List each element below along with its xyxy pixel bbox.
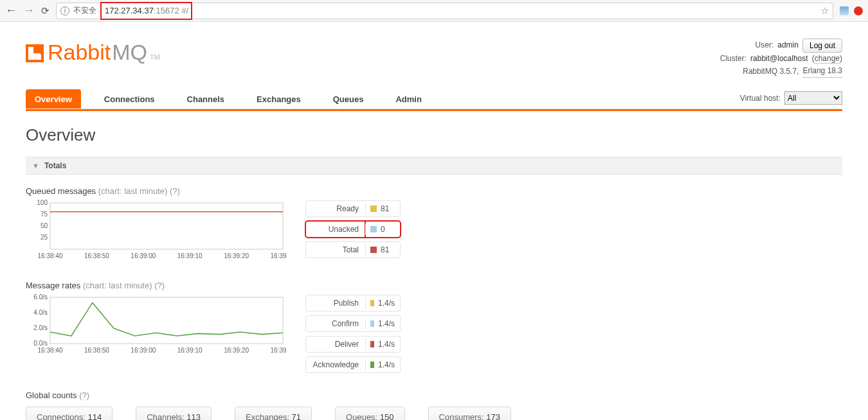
svg-rect-11: [50, 297, 283, 344]
cluster-label: Cluster:: [720, 53, 746, 65]
tab-overview[interactable]: Overview: [26, 89, 81, 109]
forward-icon: →: [23, 4, 35, 17]
logo[interactable]: RabbitMQ TM: [26, 35, 160, 65]
user-label: User:: [755, 39, 774, 51]
legend-label: Ready: [305, 200, 365, 217]
legend-value: 0: [365, 221, 401, 238]
section-title: Totals: [44, 161, 66, 170]
user-name: admin: [777, 39, 799, 51]
help-icon[interactable]: (?): [154, 281, 165, 290]
svg-text:16:39:20: 16:39:20: [224, 347, 249, 354]
chevron-down-icon: ▼: [32, 162, 39, 170]
legend-label: Total: [305, 241, 365, 258]
legend-row[interactable]: Acknowledge1.4/s: [305, 356, 401, 374]
rates-chart-svg: 0.0/s2.0/s4.0/s6.0/s16:38:4016:38:5016:3…: [26, 294, 286, 355]
tab-admin[interactable]: Admin: [386, 89, 430, 109]
logout-button[interactable]: Log out: [802, 39, 842, 53]
divider: [100, 6, 101, 16]
page-header: RabbitMQ TM User: admin Log out Cluster:…: [26, 35, 842, 78]
legend-row[interactable]: Total81: [305, 241, 401, 259]
tab-underline: [26, 109, 842, 111]
back-icon[interactable]: ←: [5, 4, 17, 17]
rates-caption: Message rates (chart: last minute) (?): [26, 281, 842, 290]
insecure-label: 不安全: [73, 5, 96, 16]
tab-connections[interactable]: Connections: [95, 89, 164, 109]
svg-rect-0: [50, 203, 283, 249]
legend-value: 1.4/s: [365, 356, 401, 373]
page-title: Overview: [26, 125, 842, 145]
legend-row[interactable]: Deliver1.4/s: [305, 335, 401, 353]
help-icon[interactable]: (?): [79, 390, 89, 400]
svg-text:16:39:00: 16:39:00: [131, 347, 156, 354]
cluster-name: rabbit@localhost: [750, 53, 808, 65]
legend-label: Unacked: [305, 221, 365, 238]
legend-row[interactable]: Publish1.4/s: [305, 294, 401, 312]
legend-row[interactable]: Unacked0: [305, 220, 401, 238]
version-label: RabbitMQ 3.5.7,: [743, 66, 799, 78]
queued-chart-svg: 25507510016:38:4016:38:5016:39:0016:39:1…: [26, 200, 286, 261]
cluster-change[interactable]: (change): [812, 53, 842, 65]
queued-chart: 25507510016:38:4016:38:5016:39:0016:39:1…: [26, 200, 286, 263]
legend-value: 1.4/s: [365, 336, 401, 353]
svg-text:6.0/s: 6.0/s: [33, 294, 48, 301]
header-right: User: admin Log out Cluster: rabbit@loca…: [720, 35, 842, 78]
global-count-connections[interactable]: Connections: 114: [26, 407, 113, 420]
legend-value: 1.4/s: [365, 315, 401, 332]
svg-text:16:39:20: 16:39:20: [224, 252, 249, 259]
queued-legend: Ready81Unacked0Total81: [305, 200, 401, 259]
svg-text:16:38:50: 16:38:50: [84, 252, 109, 259]
vhost-label: Virtual host:: [740, 94, 781, 103]
legend-row[interactable]: Ready81: [305, 200, 401, 218]
extension-icons: [840, 6, 863, 15]
legend-value: 1.4/s: [365, 295, 401, 311]
svg-text:25: 25: [41, 234, 48, 241]
page-body: RabbitMQ TM User: admin Log out Cluster:…: [0, 22, 868, 420]
svg-text:100: 100: [37, 200, 48, 206]
legend-label: Publish: [305, 295, 365, 311]
queued-chart-row: 25507510016:38:4016:38:5016:39:0016:39:1…: [26, 200, 842, 263]
rates-legend: Publish1.4/sConfirm1.4/sDeliver1.4/sAckn…: [305, 294, 401, 374]
global-count-consumers[interactable]: Consumers: 173: [428, 407, 511, 420]
tab-channels[interactable]: Channels: [178, 89, 234, 109]
color-swatch-icon: [370, 341, 374, 347]
legend-row[interactable]: Confirm1.4/s: [305, 315, 401, 333]
info-icon[interactable]: i: [60, 6, 69, 15]
tab-bar: OverviewConnectionsChannelsExchangesQueu…: [26, 89, 842, 109]
legend-label: Acknowledge: [305, 356, 365, 373]
tab-queues[interactable]: Queues: [324, 89, 373, 109]
logo-text: Rabbit: [48, 40, 111, 65]
rates-chart: 0.0/s2.0/s4.0/s6.0/s16:38:4016:38:5016:3…: [26, 294, 286, 357]
vhost-select[interactable]: All: [784, 91, 842, 105]
svg-text:16:39:10: 16:39:10: [177, 347, 203, 354]
legend-value: 81: [365, 241, 401, 258]
help-icon[interactable]: (?): [170, 186, 180, 196]
color-swatch-icon: [370, 362, 374, 368]
global-count-queues[interactable]: Queues: 150: [335, 407, 404, 420]
reload-icon[interactable]: ⟳: [41, 5, 50, 17]
section-totals-header[interactable]: ▼ Totals: [26, 157, 842, 175]
svg-text:16:39:10: 16:39:10: [177, 252, 203, 259]
legend-value: 81: [365, 200, 401, 217]
svg-text:50: 50: [41, 222, 48, 229]
rates-chart-row: 0.0/s2.0/s4.0/s6.0/s16:38:4016:38:5016:3…: [26, 294, 842, 374]
bookmark-star-icon[interactable]: ☆: [820, 5, 829, 17]
logo-tm: TM: [149, 53, 160, 61]
svg-text:16:38:40: 16:38:40: [38, 347, 63, 354]
color-swatch-icon: [370, 226, 377, 232]
extension-icon[interactable]: [854, 6, 863, 15]
svg-text:4.0/s: 4.0/s: [33, 309, 48, 316]
url-text: 172.27.34.37:15672 #/: [105, 6, 188, 15]
logo-text: MQ: [112, 40, 147, 65]
global-count-channels[interactable]: Channels: 113: [136, 407, 212, 420]
svg-text:16:38:40: 16:38:40: [38, 252, 63, 259]
address-bar[interactable]: i 不安全 172.27.34.37:15672 #/ ☆: [56, 3, 833, 19]
legend-label: Confirm: [305, 315, 365, 332]
svg-text:16:39:30: 16:39:30: [271, 252, 286, 259]
svg-text:75: 75: [41, 211, 48, 218]
tab-exchanges[interactable]: Exchanges: [248, 89, 310, 109]
rabbitmq-logo-icon: [26, 44, 44, 62]
extension-icon[interactable]: [840, 6, 849, 15]
erlang-version[interactable]: Erlang 18.3: [803, 65, 842, 78]
global-count-exchanges[interactable]: Exchanges: 71: [235, 407, 312, 420]
color-swatch-icon: [370, 247, 377, 253]
